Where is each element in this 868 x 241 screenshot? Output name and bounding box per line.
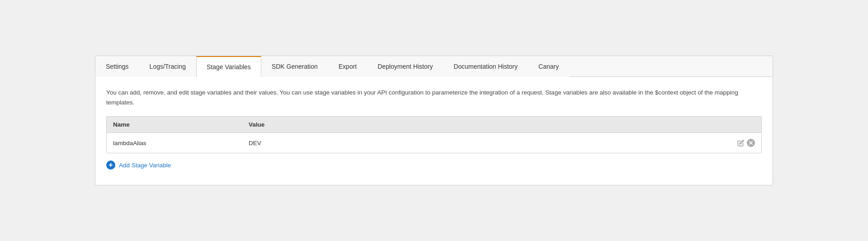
add-variable-row[interactable]: + Add Stage Variable <box>106 153 762 171</box>
remove-variable-button[interactable] <box>747 139 755 147</box>
variable-name: lambdaAlias <box>107 135 242 151</box>
tab-settings[interactable]: Settings <box>95 56 139 77</box>
tab-canary[interactable]: Canary <box>528 56 569 77</box>
tab-stage-variables[interactable]: Stage Variables <box>196 56 261 77</box>
tab-export[interactable]: Export <box>328 56 367 77</box>
tab-logs-tracing[interactable]: Logs/Tracing <box>139 56 196 77</box>
variable-value: DEV <box>242 135 725 151</box>
tab-deployment-history[interactable]: Deployment History <box>367 56 443 77</box>
description-text: You can add, remove, and edit stage vari… <box>106 88 739 107</box>
tab-documentation-history[interactable]: Documentation History <box>443 56 528 77</box>
variables-table: Name Value lambdaAliasDEV <box>106 116 762 153</box>
add-stage-variable-link[interactable]: Add Stage Variable <box>119 162 171 169</box>
column-header-actions <box>725 117 761 132</box>
column-header-value: Value <box>242 117 725 132</box>
row-actions <box>725 134 761 151</box>
tab-bar: SettingsLogs/TracingStage VariablesSDK G… <box>95 56 773 77</box>
table-row: lambdaAliasDEV <box>107 133 761 153</box>
table-header: Name Value <box>107 117 761 133</box>
tab-sdk-generation[interactable]: SDK Generation <box>261 56 328 77</box>
add-icon[interactable]: + <box>106 161 115 170</box>
main-panel: SettingsLogs/TracingStage VariablesSDK G… <box>95 56 773 185</box>
table-body: lambdaAliasDEV <box>107 133 761 153</box>
column-header-name: Name <box>107 117 242 132</box>
tab-content: You can add, remove, and edit stage vari… <box>95 77 773 185</box>
edit-variable-button[interactable] <box>737 140 744 146</box>
